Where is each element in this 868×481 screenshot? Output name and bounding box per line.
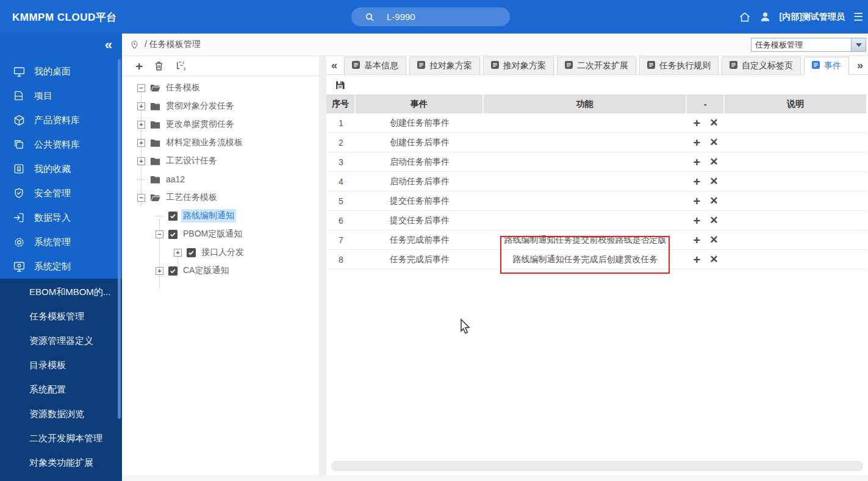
sidebar-item-data-import[interactable]: 数据导入	[0, 205, 122, 230]
home-icon[interactable]	[739, 11, 751, 23]
sidebar-subitem-resource-manager[interactable]: 资源管理器定义	[0, 329, 122, 353]
menu-icon[interactable]: ☰	[853, 10, 863, 24]
sidebar-subitem-catalog-template[interactable]: 目录模板	[0, 353, 122, 377]
delete-node-icon[interactable]	[154, 60, 164, 71]
tree-node[interactable]: + 工艺设计任务	[122, 152, 319, 170]
cell-description	[725, 211, 866, 230]
sidebar-subitem-resource-browse[interactable]: 资源数据浏览	[0, 402, 122, 426]
cell-actions: +✕	[687, 113, 725, 132]
sidebar-subitem-ebom-mbom[interactable]: EBOM和MBOM的...	[0, 280, 122, 304]
remove-function-icon[interactable]: ✕	[709, 196, 718, 206]
remove-function-icon[interactable]: ✕	[709, 235, 718, 245]
sidebar-submenu: EBOM和MBOM的... 任务模板管理 资源管理器定义 目录模板 系统配置 资…	[0, 279, 122, 481]
checked-node-icon[interactable]	[168, 212, 178, 221]
tab-events[interactable]: 事件	[804, 57, 849, 74]
table-row: 6 提交任务后事件 +✕	[326, 211, 866, 230]
template-tree-panel: + 12 − 任务模板 + 贯彻对象分发任务 + 更改单据贯彻任务 + 材料定额…	[122, 56, 319, 475]
tree-node[interactable]: − 工艺任务模板	[122, 188, 319, 207]
add-function-icon[interactable]: +	[694, 254, 701, 266]
sidebar-item-system-custom[interactable]: 系统定制	[0, 254, 122, 279]
cell-description	[725, 191, 866, 210]
tree-node[interactable]: aa12	[122, 170, 319, 188]
tree-connector	[156, 216, 163, 216]
expand-node-icon[interactable]: +	[137, 102, 145, 110]
sidebar-item-security[interactable]: 安全管理	[0, 181, 122, 205]
cell-event: 提交任务前事件	[356, 191, 484, 210]
collapse-node-icon[interactable]: −	[137, 194, 145, 202]
sidebar-item-label: 我的收藏	[34, 163, 71, 175]
tabs-scroll-right-icon[interactable]: »	[853, 57, 867, 74]
tree-node[interactable]: + 接口人分发	[122, 243, 319, 262]
events-table: 序号 事件 功能 - 说明 1 创建任务前事件 +✕ 2 创建任务后事件 +✕ …	[326, 94, 866, 269]
table-row: 5 提交任务前事件 +✕	[326, 191, 866, 211]
remove-function-icon[interactable]: ✕	[709, 254, 718, 265]
collapse-node-icon[interactable]: −	[156, 230, 163, 238]
tab-custom-page[interactable]: 自定义标签页	[722, 57, 801, 74]
remove-function-icon[interactable]: ✕	[709, 118, 718, 128]
sidebar-subitem-script-manage[interactable]: 二次开发脚本管理	[0, 426, 122, 451]
expand-node-icon[interactable]: +	[137, 139, 145, 147]
add-node-icon[interactable]: +	[135, 60, 143, 73]
col-index: 序号	[326, 94, 356, 113]
order-level-icon[interactable]: 12	[175, 60, 186, 71]
tree-node[interactable]: + 贯彻对象分发任务	[122, 97, 319, 115]
remove-function-icon[interactable]: ✕	[709, 215, 718, 226]
add-function-icon[interactable]: +	[694, 117, 701, 129]
tab-exec-rules[interactable]: 任务执行规则	[639, 57, 719, 74]
expand-node-icon[interactable]: +	[156, 267, 163, 275]
cell-description	[725, 133, 866, 152]
expand-node-icon[interactable]: +	[174, 249, 182, 257]
remove-function-icon[interactable]: ✕	[709, 176, 718, 187]
add-function-icon[interactable]: +	[694, 176, 701, 188]
tab-push-object[interactable]: 推对象方案	[483, 57, 554, 74]
save-icon[interactable]	[335, 80, 345, 90]
tree-node[interactable]: − PBOM定版通知	[122, 225, 319, 243]
checked-node-icon[interactable]	[187, 248, 196, 257]
add-function-icon[interactable]: +	[694, 137, 701, 149]
add-function-icon[interactable]: +	[694, 156, 701, 168]
sidebar-scrollbar[interactable]	[118, 59, 121, 419]
tree-node[interactable]: + 更改单据贯彻任务	[122, 115, 319, 134]
sidebar-item-public-library[interactable]: 公共资料库	[0, 132, 122, 157]
tree-toolbar: + 12	[122, 56, 319, 76]
tab-pull-object[interactable]: 拉对象方案	[409, 57, 480, 74]
search-input[interactable]: L-9990	[387, 12, 415, 22]
checked-node-icon[interactable]	[168, 266, 178, 276]
cell-index: 5	[326, 191, 356, 210]
remove-function-icon[interactable]: ✕	[709, 137, 718, 148]
tabs-scroll-left-icon[interactable]: «	[328, 57, 341, 74]
sidebar-item-project[interactable]: 项目	[0, 84, 122, 108]
cell-index: 8	[326, 250, 356, 269]
sidebar-collapse-icon[interactable]: «	[105, 38, 112, 52]
horizontal-scrollbar[interactable]	[331, 461, 863, 471]
scrollbar-thumb[interactable]	[331, 461, 863, 471]
chevron-down-icon[interactable]	[851, 38, 866, 51]
cell-index: 6	[326, 211, 356, 230]
user-icon[interactable]	[759, 11, 771, 23]
sidebar-subitem-object-extension[interactable]: 对象类功能扩展	[0, 451, 122, 475]
add-function-icon[interactable]: +	[694, 215, 701, 227]
add-function-icon[interactable]: +	[694, 195, 701, 207]
cell-actions: +✕	[687, 230, 725, 249]
tree-node[interactable]: + 材料定额业务流模板	[122, 134, 319, 152]
module-select[interactable]: 任务模板管理	[751, 38, 866, 52]
checked-node-icon[interactable]	[168, 230, 178, 239]
tree-node[interactable]: − 任务模板	[122, 79, 319, 97]
tab-basic-info[interactable]: 基本信息	[344, 57, 406, 74]
expand-node-icon[interactable]: +	[137, 121, 145, 129]
sidebar-item-product-library[interactable]: 产品资料库	[0, 108, 122, 132]
tree-node-selected[interactable]: 路线编制通知	[122, 207, 319, 225]
sidebar-item-favorites[interactable]: 我的收藏	[0, 157, 122, 181]
sidebar-item-label: 产品资料库	[34, 115, 80, 126]
sidebar-item-desktop[interactable]: 我的桌面	[0, 59, 122, 84]
global-search[interactable]: L-9990	[351, 7, 510, 26]
sidebar-subitem-system-config[interactable]: 系统配置	[0, 377, 122, 402]
remove-function-icon[interactable]: ✕	[709, 157, 718, 167]
add-function-icon[interactable]: +	[694, 234, 701, 246]
expand-node-icon[interactable]: +	[137, 157, 145, 165]
tab-secondary-dev[interactable]: 二次开发扩展	[557, 57, 636, 74]
sidebar-item-system-manage[interactable]: 系统管理	[0, 230, 122, 254]
tree-node[interactable]: + CA定版通知	[122, 262, 319, 280]
collapse-node-icon[interactable]: −	[137, 84, 145, 92]
sidebar-subitem-task-template[interactable]: 任务模板管理	[0, 304, 122, 329]
